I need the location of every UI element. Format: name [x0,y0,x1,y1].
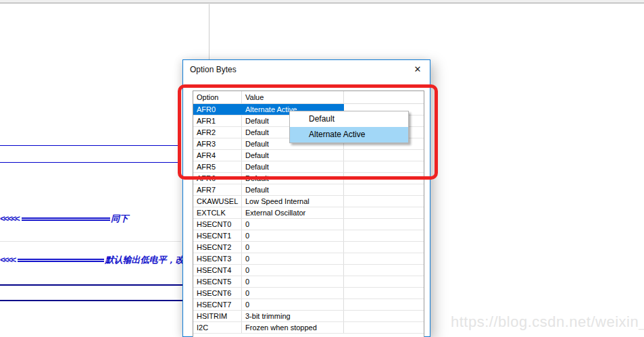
schematic-wire-line [0,145,181,146]
empty-cell [344,276,424,287]
table-header-row: Option Value [193,91,424,104]
empty-column-header [344,91,424,103]
option-cell[interactable]: AFR3 [193,138,242,149]
option-cell[interactable]: I2C [193,322,242,333]
arrow-marks: <<<<< [0,214,22,224]
option-cell[interactable]: HSECNT0 [193,219,242,230]
dialog-titlebar[interactable]: Option Bytes ✕ [183,60,430,80]
note-text: 默认输出低电平，改 [105,254,184,266]
value-cell[interactable]: 0 [242,288,344,299]
double-underline [22,217,110,221]
arrow-marks: <<<< [0,255,18,265]
handwritten-note: <<<< 默认输出低电平，改 [0,255,184,265]
option-cell[interactable]: HSECNT7 [193,299,242,310]
empty-cell [344,230,424,241]
value-cell[interactable]: Low Speed Internal [242,196,344,207]
table-row[interactable]: AFR7 Default [193,184,424,196]
schematic-wire-line [0,300,182,301]
empty-cell [344,150,424,161]
empty-cell [344,242,424,253]
table-row[interactable]: AFR4 Default [193,150,424,161]
option-cell[interactable]: HSECNT6 [193,288,242,299]
option-cell[interactable]: AFR7 [193,184,242,195]
empty-cell [344,207,424,218]
value-cell[interactable]: Frozen when stopped [242,322,344,333]
value-cell[interactable]: 0 [242,219,344,230]
empty-cell [344,253,424,264]
option-cell[interactable]: EXTCLK [193,207,242,218]
dialog-title: Option Bytes [183,60,430,80]
background-divider-line [209,4,209,59]
option-cell[interactable]: HSECNT5 [193,276,242,287]
value-cell[interactable]: External Oscillator [242,207,344,218]
schematic-wire-line [0,162,181,163]
value-cell[interactable]: 0 [242,242,344,253]
option-cell[interactable]: HSECNT3 [193,253,242,264]
empty-cell [344,161,424,172]
option-cell[interactable]: HSECNT1 [193,230,242,241]
empty-cell [344,311,424,321]
table-row[interactable]: HSECNT4 0 [193,265,424,276]
option-cell[interactable]: AFR6 [193,173,242,184]
empty-cell [344,173,424,184]
option-cell[interactable]: HSECNT4 [193,265,242,276]
option-cell[interactable]: HSITRIM [193,311,242,321]
table-row[interactable]: HSECNT2 0 [193,242,424,253]
empty-cell [344,322,424,333]
menu-item[interactable]: Alternate Active [290,127,408,142]
table-row[interactable]: HSECNT1 0 [193,230,424,242]
background-toolbar-strip [0,0,644,3]
option-column-header[interactable]: Option [193,91,242,103]
table-row[interactable]: EXTCLK External Oscillator [193,207,424,219]
value-cell[interactable]: Default [242,161,344,172]
table-row[interactable]: I2C Frozen when stopped [193,322,424,334]
option-cell[interactable]: AFR5 [193,161,242,172]
table-row[interactable]: HSECNT3 0 [193,253,424,265]
value-cell[interactable]: 0 [242,253,344,264]
table-row[interactable]: HSECNT6 0 [193,288,424,299]
value-dropdown-menu: DefaultAlternate Active [289,111,409,143]
empty-cell [344,299,424,310]
option-cell[interactable]: AFR2 [193,127,242,138]
menu-item[interactable]: Default [290,111,408,127]
value-cell[interactable]: 0 [242,276,344,287]
table-row[interactable]: HSECNT0 0 [193,219,424,230]
value-cell[interactable]: 0 [242,299,344,310]
value-cell[interactable]: 0 [242,265,344,276]
table-row[interactable]: CKAWUSEL Low Speed Internal [193,196,424,207]
handwritten-note: <<<<< 同下 [0,213,128,224]
option-cell[interactable]: CKAWUSEL [193,196,242,207]
close-button[interactable]: ✕ [409,61,426,78]
value-cell[interactable]: Default [242,173,344,184]
value-cell[interactable]: 3-bit trimming [242,311,344,321]
table-row[interactable]: AFR6 Default [193,173,424,184]
value-column-header[interactable]: Value [242,91,344,103]
note-text: 同下 [111,213,128,225]
empty-cell [344,184,424,195]
empty-cell [344,196,424,207]
screen: <<<<< 同下 <<<< 默认输出低电平，改 https://blog.csd… [0,0,644,337]
option-cell[interactable]: AFR4 [193,150,242,161]
table-row[interactable]: HSECNT7 0 [193,299,424,311]
option-bytes-dialog: Option Bytes ✕ Option Value AFR0 Alterna… [182,59,430,337]
empty-cell [344,265,424,276]
empty-cell [344,219,424,230]
value-cell[interactable]: Default [242,184,344,195]
schematic-faint-line [0,241,181,242]
option-cell[interactable]: AFR1 [193,115,242,126]
value-cell[interactable]: Default [242,150,344,161]
empty-cell [344,288,424,299]
schematic-wire-line [0,284,182,286]
table-row[interactable]: AFR5 Default [193,161,424,173]
double-underline [18,259,104,262]
table-row[interactable]: HSECNT5 0 [193,276,424,288]
table-row[interactable]: HSITRIM 3-bit trimming [193,311,424,322]
value-cell[interactable]: 0 [242,230,344,241]
option-cell[interactable]: AFR0 [193,104,242,115]
watermark: https://blog.csdn.net/weixin_36628778 [451,313,644,331]
option-cell[interactable]: HSECNT2 [193,242,242,253]
